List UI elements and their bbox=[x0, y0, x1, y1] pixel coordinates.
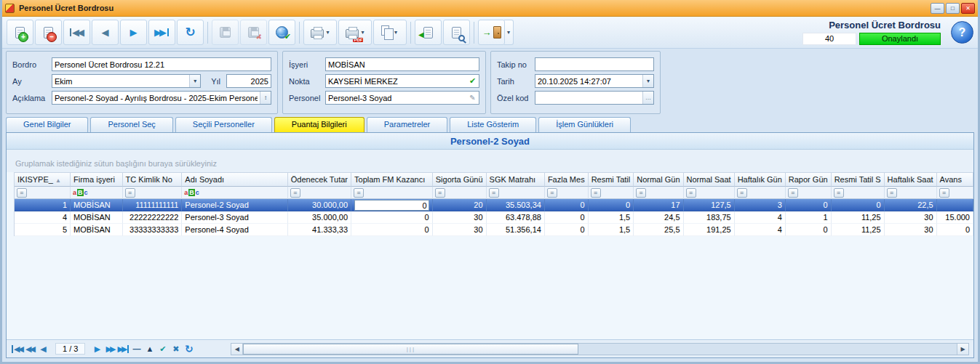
nav-last-button[interactable]: ▶▶ bbox=[117, 342, 130, 356]
new-record-button[interactable] bbox=[7, 20, 33, 45]
approve-button[interactable]: ✔ bbox=[268, 20, 295, 45]
isyeri-input[interactable] bbox=[326, 59, 479, 70]
grid-cell[interactable]: 1,5 bbox=[589, 211, 634, 224]
grid-cell[interactable]: 0 bbox=[351, 211, 433, 224]
grid-cell[interactable]: 4 bbox=[735, 224, 786, 236]
grid-cell[interactable]: Personel-4 Soyad bbox=[182, 224, 287, 236]
grid-cell[interactable]: 35.503,34 bbox=[487, 199, 545, 211]
tab-se-ili-personeller[interactable]: Seçili Personeller bbox=[175, 117, 272, 132]
filter-cell[interactable]: = bbox=[832, 187, 885, 199]
grid-cell[interactable]: 1 bbox=[786, 211, 832, 224]
column-header[interactable]: Normal Gün bbox=[634, 172, 683, 187]
horizontal-scrollbar[interactable]: ◀ ▶ bbox=[231, 343, 969, 355]
grid-cell[interactable]: 41.333,33 bbox=[288, 224, 351, 236]
first-record-button[interactable]: ◀◀ bbox=[63, 20, 90, 45]
grid-cell[interactable]: 30 bbox=[433, 224, 487, 236]
delete-record-button[interactable] bbox=[35, 20, 62, 45]
column-header[interactable]: SGK Matrahı bbox=[487, 172, 545, 187]
grid-cell[interactable]: 0 bbox=[786, 224, 832, 236]
grid-cell[interactable]: 22,5 bbox=[885, 199, 937, 211]
grid-cell[interactable]: MOBİSAN bbox=[71, 211, 123, 224]
filter-cell[interactable]: = bbox=[123, 187, 183, 199]
personel-picker-icon[interactable]: ✎ bbox=[466, 94, 479, 102]
grid-cell[interactable]: 4 bbox=[735, 211, 786, 224]
ozel-kod-input[interactable] bbox=[535, 92, 642, 103]
tab-puantaj-bilgileri[interactable]: Puantaj Bilgileri bbox=[274, 117, 364, 132]
grid-cell[interactable]: 25,5 bbox=[634, 224, 683, 236]
grid-cell[interactable]: Personel-3 Soyad bbox=[182, 211, 287, 224]
help-button[interactable]: ? bbox=[951, 21, 973, 44]
grid-cell[interactable]: 1,5 bbox=[589, 224, 634, 236]
grid-cell[interactable]: 20 bbox=[433, 199, 487, 211]
tab-parametreler[interactable]: Parametreler bbox=[367, 117, 448, 132]
tab-personel-se[interactable]: Personel Seç bbox=[90, 117, 172, 132]
column-header[interactable]: Ödenecek Tutar bbox=[288, 172, 351, 187]
grid-cell[interactable]: 127,5 bbox=[684, 199, 735, 211]
nav-prior-button[interactable]: ◀ bbox=[37, 342, 49, 356]
filter-cell[interactable]: = bbox=[487, 187, 545, 199]
row-remove-button[interactable]: — bbox=[130, 342, 143, 356]
grid-cell[interactable]: MOBİSAN bbox=[71, 224, 123, 236]
grid-cell[interactable]: 11111111111 bbox=[123, 199, 183, 211]
last-record-button[interactable]: ▶▶ bbox=[148, 20, 175, 45]
grid-cell[interactable]: 0 bbox=[545, 224, 589, 236]
filter-cell[interactable]: aBc bbox=[182, 187, 287, 199]
previous-record-button[interactable]: ◀ bbox=[92, 20, 119, 45]
column-header[interactable]: Resmi Tatil bbox=[589, 172, 634, 187]
row-refresh-button[interactable]: ↻ bbox=[183, 342, 195, 356]
save-button[interactable] bbox=[212, 20, 239, 45]
preview-button[interactable] bbox=[443, 20, 470, 45]
column-header[interactable]: Avans bbox=[937, 172, 973, 187]
active-edit-cell[interactable]: 0 bbox=[354, 200, 429, 211]
close-button[interactable]: ✕ bbox=[961, 3, 975, 14]
nav-next-page-button[interactable]: ▶▶ bbox=[104, 342, 116, 356]
grid-cell[interactable]: 11,25 bbox=[832, 224, 885, 236]
bordro-input[interactable] bbox=[52, 59, 271, 70]
grid-cell[interactable] bbox=[937, 199, 973, 211]
filter-cell[interactable]: = bbox=[351, 187, 433, 199]
filter-cell[interactable]: aBc bbox=[71, 187, 123, 199]
grid-cell[interactable]: 17 bbox=[634, 199, 683, 211]
grid-cell[interactable]: 33333333333 bbox=[123, 224, 183, 236]
grid-cell[interactable]: 191,25 bbox=[684, 224, 735, 236]
column-header[interactable]: IKISYPE_▲ bbox=[15, 172, 71, 187]
ay-dropdown-icon[interactable]: ▾ bbox=[189, 75, 200, 87]
grid-cell[interactable]: 0 bbox=[589, 199, 634, 211]
ozel-kod-browse-button[interactable]: … bbox=[642, 92, 653, 104]
maximize-button[interactable]: □ bbox=[946, 3, 960, 14]
grid-cell[interactable]: 51.356,14 bbox=[487, 224, 545, 236]
filter-cell[interactable]: = bbox=[634, 187, 683, 199]
refresh-button[interactable]: ↻ bbox=[177, 20, 204, 45]
column-header[interactable]: Rapor Gün bbox=[786, 172, 832, 187]
grid-cell[interactable]: 30.000,00 bbox=[288, 199, 351, 211]
row-cancel-button[interactable]: ✖ bbox=[170, 342, 182, 356]
grid-cell[interactable]: 30 bbox=[433, 211, 487, 224]
filter-cell[interactable]: = bbox=[545, 187, 589, 199]
column-header[interactable]: Fazla Mes bbox=[545, 172, 589, 187]
filter-cell[interactable]: = bbox=[786, 187, 832, 199]
column-header[interactable]: Haftalık Gün bbox=[735, 172, 786, 187]
filter-cell[interactable]: = bbox=[589, 187, 634, 199]
grid-cell[interactable]: 5 bbox=[15, 224, 71, 236]
nav-first-button[interactable]: ◀◀ bbox=[11, 342, 23, 356]
scrollbar-track[interactable] bbox=[243, 344, 957, 355]
nokta-input[interactable] bbox=[326, 76, 466, 86]
print-button[interactable]: ▾ bbox=[303, 20, 337, 45]
column-header[interactable]: Normal Saat bbox=[684, 172, 735, 187]
grid-cell[interactable]: 15.000 bbox=[937, 211, 973, 224]
minimize-button[interactable]: — bbox=[931, 3, 944, 14]
tarih-input[interactable] bbox=[535, 76, 642, 86]
takip-no-input[interactable] bbox=[535, 59, 653, 70]
column-header[interactable]: Firma işyeri bbox=[71, 172, 123, 187]
import-button[interactable] bbox=[415, 20, 442, 45]
cancel-save-button[interactable]: ✖ bbox=[240, 20, 267, 45]
filter-cell[interactable]: = bbox=[735, 187, 786, 199]
grid-cell[interactable]: 3 bbox=[735, 199, 786, 211]
scroll-left-button[interactable]: ◀ bbox=[231, 344, 243, 355]
grid-cell[interactable]: 1 bbox=[15, 199, 71, 211]
filter-cell[interactable]: = bbox=[885, 187, 937, 199]
tab-genel-bilgiler[interactable]: Genel Bilgiler bbox=[6, 117, 88, 132]
column-header[interactable]: Adı Soyadı bbox=[182, 172, 287, 187]
nav-next-button[interactable]: ▶ bbox=[91, 342, 103, 356]
grid-cell[interactable]: 0 bbox=[351, 199, 433, 211]
